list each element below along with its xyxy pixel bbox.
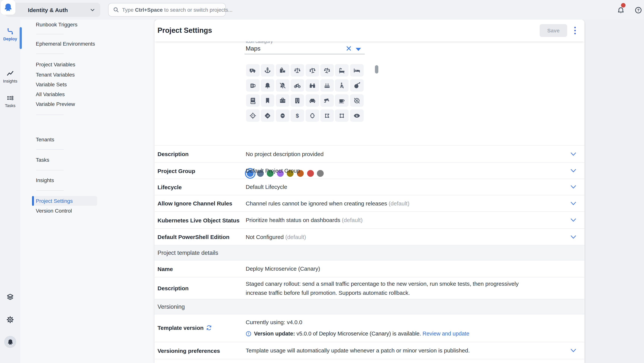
sidebar-item-project-settings[interactable]: Project Settings: [32, 196, 97, 206]
expand-chevron-icon[interactable]: [569, 200, 578, 207]
draw-polygon-icon[interactable]: [320, 109, 334, 122]
circle-minus-icon[interactable]: [276, 109, 290, 122]
binoculars-icon[interactable]: [306, 79, 319, 92]
diamond-turn-right-icon[interactable]: [261, 109, 274, 122]
building-icon[interactable]: [290, 94, 304, 107]
expand-chevron-icon[interactable]: [569, 234, 578, 240]
help-button[interactable]: ?: [633, 4, 644, 16]
sidebar-item-all-variables[interactable]: All Variables: [36, 89, 65, 99]
rail-item-label: Insights: [0, 79, 20, 83]
overflow-menu-button[interactable]: [570, 24, 580, 37]
draw-circle-icon[interactable]: [306, 109, 319, 122]
space-switcher[interactable]: Identity & Auth: [5, 3, 100, 17]
crosshairs-icon[interactable]: [246, 109, 260, 122]
expand-chevron-icon[interactable]: [569, 217, 578, 224]
car-icon[interactable]: [306, 94, 319, 107]
row-template-description: Description Staged canary rollout: send …: [154, 278, 584, 299]
sidebar-item-tenant-variables[interactable]: Tenant Variables: [36, 70, 75, 80]
row-label: Description: [158, 151, 246, 157]
review-and-update-link[interactable]: Review and update: [422, 330, 469, 336]
rail-item-deploy[interactable]: Deploy: [0, 27, 20, 41]
sidebar-item-version-control[interactable]: Version Control: [36, 206, 72, 216]
sidebar-item-runbook-triggers[interactable]: Runbook Triggers: [36, 20, 78, 30]
icon-list-scrollbar[interactable]: [375, 65, 378, 74]
notifications-button[interactable]: [615, 4, 626, 16]
bed-icon[interactable]: [350, 64, 364, 76]
row-description[interactable]: Description No project description provi…: [154, 146, 584, 163]
beer-mug-icon[interactable]: [246, 79, 260, 92]
top-bar: Identity & Auth Type Ctrl+Space to searc…: [0, 0, 644, 20]
sidebar-item-variable-sets[interactable]: Variable Sets: [36, 80, 67, 89]
dollar-sign-icon[interactable]: $: [290, 109, 304, 122]
row-kubernetes-live-object-status[interactable]: Kubernetes Live Object Status Prioritize…: [154, 212, 584, 229]
anchor-icon[interactable]: [261, 64, 274, 76]
row-default-powershell-edition[interactable]: Default PowerShell Edition Not Configure…: [154, 229, 584, 246]
bookmark-icon[interactable]: [261, 94, 274, 107]
icon-picker: Icon category Maps: [154, 42, 584, 145]
sidebar-item-tasks[interactable]: Tasks: [36, 155, 49, 165]
sidebar-item-tenants[interactable]: Tenants: [36, 134, 54, 144]
bicycle-icon[interactable]: [290, 79, 304, 92]
icon-grid: $: [246, 64, 364, 122]
sidebar-item-insights[interactable]: Insights: [36, 175, 54, 185]
sidebar-item-variable-preview[interactable]: Variable Preview: [36, 99, 75, 109]
rail-item-insights[interactable]: Insights: [0, 69, 20, 83]
bomb-icon[interactable]: [350, 79, 364, 92]
section-versioning: Versioning: [154, 299, 584, 314]
book-icon[interactable]: [246, 94, 260, 107]
camera-cctv-icon[interactable]: [320, 94, 334, 107]
octopus-logo[interactable]: [1, 0, 16, 14]
rail-item-tasks[interactable]: Tasks: [0, 94, 20, 108]
eye-icon[interactable]: [350, 109, 364, 122]
insights-icon: [0, 69, 20, 78]
row-allow-ignore-channel-rules[interactable]: Allow Ignore Channel Rules Channel rules…: [154, 195, 584, 212]
rail-item-label: Tasks: [0, 103, 20, 108]
row-value: Prioritize health status on dashboards (…: [246, 216, 362, 225]
cake-candles-icon[interactable]: [320, 79, 334, 92]
spaces-button[interactable]: [4, 292, 16, 303]
row-value: Not Configured (default): [246, 232, 306, 242]
briefcase-icon[interactable]: [276, 94, 290, 107]
icon-category-select[interactable]: Maps: [246, 45, 260, 52]
bell-slash-icon[interactable]: [276, 79, 290, 92]
scale-unbalanced-flip-icon[interactable]: [320, 64, 334, 76]
template-version-info: Currently using: v4.0.0 Version update: …: [246, 319, 469, 336]
user-avatar[interactable]: [4, 336, 16, 348]
settings-rows: Description No project description provi…: [154, 145, 584, 359]
bag-shopping-icon[interactable]: [276, 64, 290, 76]
row-lifecycle[interactable]: Lifecycle Default Lifecycle: [154, 179, 584, 195]
sidebar-item-ephemeral-environments[interactable]: Ephemeral Environments: [36, 39, 95, 49]
bath-icon[interactable]: [335, 64, 349, 76]
expand-chevron-icon[interactable]: [569, 167, 578, 174]
clear-icon[interactable]: [346, 46, 352, 51]
search-input[interactable]: Type Ctrl+Space to search or switch proj…: [108, 3, 226, 16]
scale-balanced-icon[interactable]: [290, 64, 304, 76]
expand-chevron-icon[interactable]: [569, 347, 578, 354]
sidebar-item-project-variables[interactable]: Project Variables: [36, 60, 75, 69]
save-button[interactable]: Save: [540, 24, 567, 37]
main-panel: Project Settings Save Icon category Maps: [154, 20, 584, 363]
expand-chevron-icon[interactable]: [569, 150, 578, 158]
scale-unbalanced-icon[interactable]: [306, 64, 319, 76]
version-update-notice: Version update: v5.0.0 of Deploy Microse…: [246, 330, 469, 336]
compass-slash-icon[interactable]: [350, 94, 364, 107]
svg-text:$: $: [296, 112, 299, 118]
settings-gear-button[interactable]: [4, 314, 16, 325]
tasks-icon: [0, 94, 20, 102]
search-placeholder: Type Ctrl+Space to search or switch proj…: [122, 7, 232, 13]
row-label: Description: [158, 285, 246, 292]
deploy-icon: [0, 27, 20, 36]
app-root: Identity & Auth Type Ctrl+Space to searc…: [0, 0, 644, 363]
row-project-group[interactable]: Project Group Default Project Group: [154, 163, 584, 179]
mug-saucer-icon[interactable]: [335, 94, 349, 107]
ambulance-icon[interactable]: [246, 64, 260, 76]
dropdown-arrow-icon[interactable]: [356, 48, 361, 51]
draw-square-icon[interactable]: [335, 109, 349, 122]
expand-chevron-icon[interactable]: [569, 184, 578, 190]
refresh-icon[interactable]: [206, 325, 212, 330]
sidebar-divider: [36, 114, 64, 115]
settings-content: Icon category Maps: [154, 42, 584, 363]
row-versioning-preferences[interactable]: Versioning preferences Template usage wi…: [154, 342, 584, 359]
person-walking-with-cane-icon[interactable]: [335, 79, 349, 92]
bell-icon[interactable]: [261, 79, 274, 92]
